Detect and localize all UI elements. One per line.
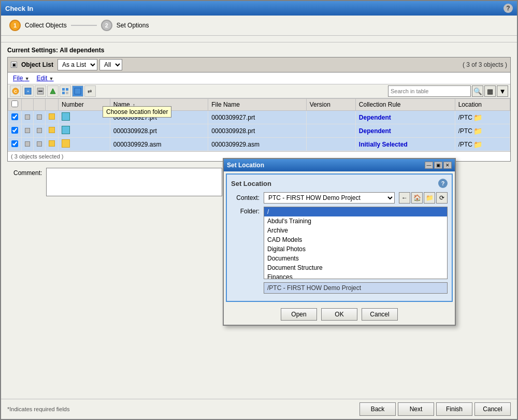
ctx-folder-btn[interactable]: 📁 <box>424 192 435 204</box>
toolbar-btn-2[interactable]: + <box>22 85 34 97</box>
menu-bar: File ▼ Edit ▼ <box>8 73 510 84</box>
file-menu[interactable]: File ▼ <box>10 74 33 83</box>
folder-item-3[interactable]: CAD Models <box>264 235 447 244</box>
row3-number: 0000309929.asm <box>110 138 208 151</box>
toolbar-btn-6[interactable] <box>72 85 83 97</box>
select-all-checkbox[interactable] <box>11 100 18 107</box>
ctx-back-btn[interactable]: ← <box>399 192 410 204</box>
folder-item-root[interactable]: / <box>264 207 447 216</box>
row2-rule: Dependent <box>355 124 455 138</box>
row2-version <box>306 124 355 138</box>
context-select[interactable]: PTC - FIRST HOW Demo Project <box>264 192 395 204</box>
wizard-row <box>1 36 517 42</box>
row3-folder-icon[interactable]: 📁 <box>473 140 482 149</box>
next-button[interactable]: Next <box>398 402 434 416</box>
dialog-cancel-button[interactable]: Cancel <box>362 308 398 321</box>
col-rule-header[interactable]: Collection Rule <box>355 99 455 111</box>
folder-item-6[interactable]: Document Structure <box>264 263 447 272</box>
svg-rect-9 <box>62 92 65 94</box>
row2-checkbox[interactable] <box>11 127 18 134</box>
folder-item-4[interactable]: Digital Photos <box>264 244 447 254</box>
table-row[interactable]: 0000309928.prt 0000309928.prt Dependent … <box>8 124 510 138</box>
toolbar-btn-5[interactable] <box>60 85 71 97</box>
dialog-help-icon[interactable]: ? <box>438 179 448 188</box>
step2-circle[interactable]: 2 <box>101 20 112 31</box>
edit-menu[interactable]: Edit ▼ <box>34 74 57 83</box>
cancel-button[interactable]: Cancel <box>474 402 511 416</box>
folder-item-5[interactable]: Documents <box>264 254 447 263</box>
open-button[interactable]: Open <box>281 308 317 321</box>
table-row[interactable]: 0000309927.prt 0000309927.prt Dependent … <box>8 111 510 124</box>
search-input[interactable] <box>388 85 471 97</box>
col-checkbox-header[interactable] <box>8 99 22 111</box>
finish-button[interactable]: Finish <box>436 402 472 416</box>
close-button[interactable]: ✕ <box>443 162 452 169</box>
restore-button[interactable]: ▣ <box>434 162 442 169</box>
row1-checkbox-cell[interactable] <box>8 111 22 124</box>
row2-folder-icon[interactable]: 📁 <box>473 127 482 135</box>
step1-label[interactable]: Collect Objects <box>25 22 67 29</box>
toolbar-btn-7[interactable]: ⇄ <box>84 85 96 97</box>
toolbar-btn-4[interactable] <box>47 85 59 97</box>
step1-circle[interactable]: 1 <box>9 20 21 31</box>
row1-icon1 <box>22 111 34 124</box>
options-button[interactable]: ▼ <box>497 85 508 97</box>
grid-button[interactable]: ▦ <box>484 85 496 97</box>
folder-item-2[interactable]: Archive <box>264 226 447 235</box>
row3-icon2 <box>34 138 46 151</box>
toolbar-btn-1[interactable]: C <box>10 85 21 97</box>
row3-checkbox-cell[interactable] <box>8 138 22 151</box>
row3-location[interactable]: /PTC 📁 <box>455 138 510 151</box>
back-button[interactable]: Back <box>359 402 396 416</box>
context-row: Context: PTC - FIRST HOW Demo Project ← … <box>231 192 448 204</box>
search-button[interactable]: 🔍 <box>472 85 483 97</box>
row2-location[interactable]: /PTC 📁 <box>455 124 510 138</box>
row3-checkbox[interactable] <box>11 140 18 147</box>
panel-controls: As a List All <box>57 59 458 70</box>
dialog-title: Check In <box>5 5 33 12</box>
ctx-home-btn[interactable]: 🏠 <box>411 192 423 204</box>
ok-button[interactable]: OK <box>321 308 357 321</box>
context-tools: ← 🏠 📁 ⟳ <box>399 192 448 204</box>
titlebar-controls: — ▣ ✕ <box>425 162 452 169</box>
folder-item-1[interactable]: Abdul's Training <box>264 216 447 226</box>
row1-folder-icon[interactable]: 📁 <box>473 113 482 122</box>
bottom-bar: *Indicates required fields Back Next Fin… <box>1 399 517 419</box>
minimize-button[interactable]: — <box>425 162 433 169</box>
row1-location[interactable]: /PTC 📁 <box>455 111 510 124</box>
filter-select[interactable]: All <box>99 59 122 70</box>
folder-item-7[interactable]: Finances <box>264 272 447 279</box>
view-select[interactable]: As a List <box>57 59 97 70</box>
comment-input[interactable] <box>47 168 222 196</box>
toolbar-btn-3[interactable] <box>35 85 46 97</box>
set-location-dialog: Set Location — ▣ ✕ Set Location ? Contex… <box>223 158 456 326</box>
collapse-icon[interactable]: ▣ <box>11 62 17 68</box>
set-location-title: Set Location <box>227 162 264 169</box>
row2-icon4 <box>59 124 110 138</box>
folder-list[interactable]: / Abdul's Training Archive CAD Models Di… <box>264 207 448 279</box>
col-version-header[interactable]: Version <box>306 99 355 111</box>
help-icon[interactable]: ? <box>503 4 513 13</box>
row2-checkbox-cell[interactable] <box>8 124 22 138</box>
row3-icon4 <box>59 138 110 151</box>
col-filename-header[interactable]: File Name <box>208 99 307 111</box>
row1-checkbox[interactable] <box>11 113 18 120</box>
main-dialog: Check In ? 1 Collect Objects 2 Set Optio… <box>0 0 518 420</box>
svg-text:⇄: ⇄ <box>88 89 92 94</box>
row3-version <box>306 138 355 151</box>
toolbar: C + ⇄ <box>8 84 510 98</box>
dialog-inner-title: Set Location ? <box>231 179 448 188</box>
step2-label[interactable]: Set Options <box>117 22 149 29</box>
col-icon1-header <box>22 99 34 111</box>
object-table: Number Name ↑ File Name Version Collecti… <box>8 98 510 151</box>
row2-icon3 <box>46 124 59 138</box>
current-settings: Current Settings: All dependents <box>7 47 511 54</box>
search-area: 🔍 ▦ ▼ <box>388 85 508 97</box>
ctx-refresh-btn[interactable]: ⟳ <box>436 192 448 204</box>
table-row[interactable]: 0000309929.asm 0000309929.asm Initially … <box>8 138 510 151</box>
svg-rect-7 <box>62 88 65 91</box>
col-location-header[interactable]: Location <box>455 99 510 111</box>
wizard-steps-clean: 1 Collect Objects 2 Set Options <box>1 16 517 36</box>
svg-text:C: C <box>14 89 17 94</box>
svg-rect-8 <box>66 88 68 91</box>
